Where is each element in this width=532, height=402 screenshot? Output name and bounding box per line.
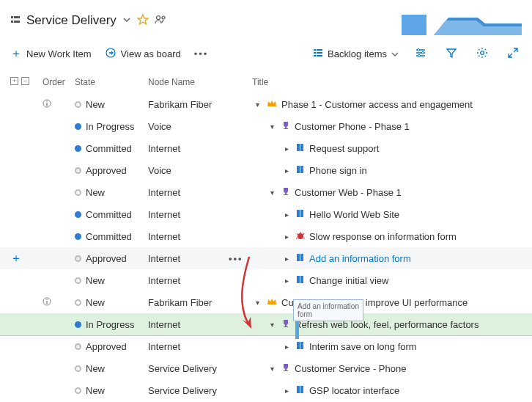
- expander-icon[interactable]: ▾: [267, 321, 277, 329]
- svg-rect-23: [300, 144, 303, 151]
- table-row[interactable]: New Fabrikam Fiber ▾ Phase 1 - Customer …: [0, 93, 532, 115]
- expander-icon[interactable]: ▾: [267, 189, 277, 197]
- col-title[interactable]: Title: [252, 77, 532, 87]
- backlog-list-icon: [313, 48, 323, 60]
- col-state[interactable]: State: [75, 77, 148, 87]
- people-icon[interactable]: [155, 14, 166, 28]
- column-headers: + − Order State Node Name Title: [0, 71, 532, 93]
- banner-graphic: [402, 6, 522, 35]
- row-context-menu-icon[interactable]: •••: [229, 253, 243, 264]
- svg-rect-39: [300, 386, 303, 393]
- node-label: Internet: [148, 319, 252, 330]
- item-title: Customer Service - Phone: [295, 363, 406, 374]
- svg-rect-13: [314, 55, 316, 56]
- table-row[interactable]: New Service Delivery ▾ Customer Service …: [0, 357, 532, 379]
- table-row[interactable]: Committed Internet ▸ Hello World Web Sit…: [0, 203, 532, 225]
- pbi-icon: [296, 341, 305, 352]
- svg-point-18: [481, 51, 484, 55]
- svg-rect-21: [46, 100, 47, 101]
- state-label: In Progress: [86, 121, 134, 132]
- expander-icon[interactable]: ▸: [281, 145, 292, 153]
- item-title: Customer Web - Phase 1: [295, 187, 402, 198]
- table-row[interactable]: In Progress Internet ▾ Refresh web look,…: [0, 313, 532, 335]
- node-label: Internet: [148, 209, 252, 220]
- expander-icon[interactable]: ▸: [281, 387, 292, 395]
- title-chevron-icon[interactable]: [122, 15, 131, 26]
- item-title: GSP locator interface: [309, 385, 399, 396]
- backlog-items-label: Backlog items: [328, 48, 387, 59]
- state-dot: [75, 189, 81, 196]
- item-title: Slow response on information form: [309, 231, 457, 242]
- node-label: Internet: [148, 143, 252, 154]
- state-dot: [75, 233, 81, 240]
- col-order[interactable]: Order: [43, 77, 75, 87]
- collapse-all-icon[interactable]: −: [21, 77, 29, 85]
- filter-icon[interactable]: [443, 44, 460, 64]
- pbi-icon: [296, 143, 305, 154]
- node-label: Internet: [148, 187, 252, 198]
- feature-icon: [281, 363, 290, 374]
- view-as-board-button[interactable]: View as board: [105, 47, 181, 61]
- svg-rect-0: [11, 16, 13, 18]
- expander-icon[interactable]: ▾: [267, 123, 277, 131]
- svg-rect-26: [297, 210, 300, 217]
- item-title: Customer Phone - Phase 1: [295, 121, 410, 132]
- table-row[interactable]: ＋ Approved Internet ••• ▸ Add an informa…: [0, 247, 532, 269]
- backlog-items-dropdown[interactable]: Backlog items: [313, 48, 399, 60]
- expander-icon[interactable]: ▾: [267, 365, 277, 373]
- expander-icon[interactable]: ▸: [281, 167, 292, 175]
- svg-point-4: [156, 15, 160, 19]
- table-row[interactable]: New Internet ▸ Change initial view: [0, 269, 532, 291]
- item-title: Interim save on long form: [309, 341, 417, 352]
- state-dot: [75, 123, 81, 130]
- col-node[interactable]: Node Name: [148, 77, 252, 87]
- expand-all-icon[interactable]: +: [10, 77, 18, 85]
- toolbar: ＋ New Work Item View as board ••• Backlo…: [0, 40, 532, 71]
- expander-icon[interactable]: ▾: [252, 100, 262, 109]
- page-title: Service Delivery: [26, 13, 117, 28]
- svg-rect-29: [297, 254, 300, 261]
- state-dot: [75, 321, 81, 328]
- new-work-item-button[interactable]: ＋ New Work Item: [10, 46, 92, 62]
- info-icon[interactable]: [43, 99, 51, 110]
- table-row[interactable]: New Service Delivery ▸ GSP locator inter…: [0, 379, 532, 401]
- settings-sliders-icon[interactable]: [412, 44, 429, 64]
- info-icon[interactable]: [43, 297, 51, 308]
- item-title: Change initial view: [309, 275, 388, 286]
- table-row[interactable]: Committed Internet ▸ Slow response on in…: [0, 225, 532, 247]
- item-title[interactable]: Add an information form: [309, 253, 411, 264]
- expander-icon[interactable]: ▸: [281, 277, 292, 285]
- svg-rect-25: [300, 166, 303, 173]
- state-dot: [75, 255, 81, 262]
- item-title: Hello World Web Site: [309, 209, 399, 220]
- state-dot: [75, 387, 81, 394]
- pbi-icon: [296, 275, 305, 286]
- state-label: Approved: [86, 253, 127, 264]
- svg-rect-24: [297, 166, 300, 173]
- svg-rect-37: [300, 342, 303, 349]
- table-row[interactable]: Approved Internet ▸ Interim save on long…: [0, 335, 532, 357]
- table-row[interactable]: In Progress Voice ▾ Customer Phone - Pha…: [0, 115, 532, 137]
- epic-icon: [267, 297, 277, 308]
- svg-rect-20: [46, 103, 47, 106]
- expander-icon[interactable]: ▸: [281, 211, 292, 219]
- expander-icon[interactable]: ▾: [252, 299, 262, 307]
- table-row[interactable]: New Fabrikam Fiber ▾ Customer Service - …: [0, 291, 532, 313]
- table-row[interactable]: Committed Internet ▸ Request support: [0, 137, 532, 159]
- node-label: Service Delivery: [148, 385, 252, 396]
- gear-icon[interactable]: [473, 44, 491, 64]
- expander-icon[interactable]: ▸: [281, 233, 292, 241]
- plus-icon: ＋: [10, 46, 22, 62]
- favorite-star-icon[interactable]: [137, 14, 149, 28]
- add-child-icon[interactable]: ＋: [10, 251, 22, 266]
- fullscreen-icon[interactable]: [504, 44, 522, 64]
- svg-rect-32: [300, 276, 303, 283]
- bug-icon: [296, 231, 305, 242]
- table-row[interactable]: Approved Voice ▸ Phone sign in: [0, 159, 532, 181]
- expander-icon[interactable]: ▸: [281, 343, 292, 351]
- pbi-icon: [296, 209, 305, 220]
- expander-icon[interactable]: ▸: [281, 255, 292, 263]
- svg-rect-3: [14, 21, 20, 23]
- more-actions-button[interactable]: •••: [194, 48, 209, 59]
- table-row[interactable]: New Internet ▾ Customer Web - Phase 1: [0, 181, 532, 203]
